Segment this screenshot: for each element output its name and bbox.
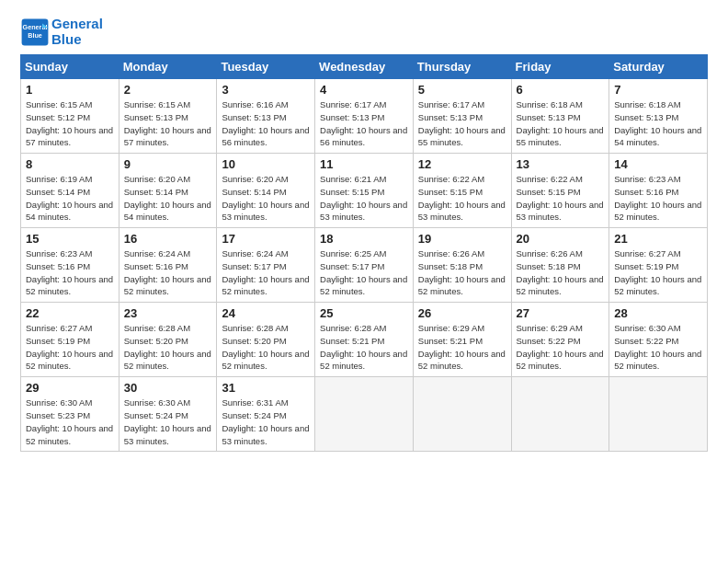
day-info: Sunrise: 6:20 AMSunset: 5:14 PMDaylight:… bbox=[222, 173, 310, 224]
calendar-cell bbox=[511, 377, 609, 452]
day-number: 30 bbox=[124, 381, 212, 395]
day-info: Sunrise: 6:31 AMSunset: 5:24 PMDaylight:… bbox=[222, 396, 310, 447]
day-info: Sunrise: 6:20 AMSunset: 5:14 PMDaylight:… bbox=[124, 173, 212, 224]
day-info: Sunrise: 6:28 AMSunset: 5:20 PMDaylight:… bbox=[222, 322, 310, 373]
day-info: Sunrise: 6:17 AMSunset: 5:13 PMDaylight:… bbox=[320, 98, 408, 149]
day-info: Sunrise: 6:26 AMSunset: 5:18 PMDaylight:… bbox=[418, 247, 506, 298]
day-info: Sunrise: 6:18 AMSunset: 5:13 PMDaylight:… bbox=[614, 98, 702, 149]
svg-text:Blue: Blue bbox=[28, 30, 42, 39]
day-number: 1 bbox=[26, 83, 114, 97]
calendar-cell: 17Sunrise: 6:24 AMSunset: 5:17 PMDayligh… bbox=[217, 228, 315, 303]
calendar-cell: 22Sunrise: 6:27 AMSunset: 5:19 PMDayligh… bbox=[21, 303, 119, 377]
day-number: 21 bbox=[614, 232, 702, 246]
calendar-cell: 27Sunrise: 6:29 AMSunset: 5:22 PMDayligh… bbox=[511, 303, 609, 377]
day-number: 15 bbox=[26, 232, 114, 246]
calendar-cell: 8Sunrise: 6:19 AMSunset: 5:14 PMDaylight… bbox=[21, 154, 119, 228]
weekday-header-saturday: Saturday bbox=[609, 55, 708, 79]
day-number: 29 bbox=[26, 381, 114, 395]
day-number: 9 bbox=[124, 157, 212, 171]
calendar-cell: 30Sunrise: 6:30 AMSunset: 5:24 PMDayligh… bbox=[119, 377, 217, 452]
calendar-cell: 13Sunrise: 6:22 AMSunset: 5:15 PMDayligh… bbox=[511, 154, 609, 228]
day-info: Sunrise: 6:18 AMSunset: 5:13 PMDaylight:… bbox=[517, 98, 605, 149]
day-number: 3 bbox=[222, 83, 310, 97]
day-number: 6 bbox=[517, 83, 605, 97]
day-info: Sunrise: 6:15 AMSunset: 5:13 PMDaylight:… bbox=[124, 98, 212, 149]
day-info: Sunrise: 6:29 AMSunset: 5:22 PMDaylight:… bbox=[517, 322, 605, 373]
day-number: 12 bbox=[418, 157, 506, 171]
calendar-cell: 25Sunrise: 6:28 AMSunset: 5:21 PMDayligh… bbox=[315, 303, 414, 377]
day-number: 5 bbox=[418, 83, 506, 97]
day-number: 10 bbox=[222, 157, 310, 171]
day-number: 8 bbox=[26, 157, 114, 171]
weekday-header-monday: Monday bbox=[119, 55, 217, 79]
weekday-header-tuesday: Tuesday bbox=[217, 55, 315, 79]
day-number: 20 bbox=[517, 232, 605, 246]
day-info: Sunrise: 6:19 AMSunset: 5:14 PMDaylight:… bbox=[26, 173, 114, 224]
calendar-cell bbox=[315, 377, 414, 452]
weekday-header-thursday: Thursday bbox=[413, 55, 511, 79]
calendar-cell: 12Sunrise: 6:22 AMSunset: 5:15 PMDayligh… bbox=[413, 154, 511, 228]
header: General Blue GeneralBlue bbox=[20, 17, 708, 47]
weekday-header-sunday: Sunday bbox=[21, 55, 119, 79]
calendar-cell: 23Sunrise: 6:28 AMSunset: 5:20 PMDayligh… bbox=[119, 303, 217, 377]
calendar-header: SundayMondayTuesdayWednesdayThursdayFrid… bbox=[21, 55, 708, 79]
day-info: Sunrise: 6:17 AMSunset: 5:13 PMDaylight:… bbox=[418, 98, 506, 149]
day-number: 22 bbox=[26, 306, 114, 320]
calendar-cell: 26Sunrise: 6:29 AMSunset: 5:21 PMDayligh… bbox=[413, 303, 511, 377]
day-info: Sunrise: 6:15 AMSunset: 5:12 PMDaylight:… bbox=[26, 98, 114, 149]
day-info: Sunrise: 6:30 AMSunset: 5:24 PMDaylight:… bbox=[124, 396, 212, 447]
day-info: Sunrise: 6:24 AMSunset: 5:16 PMDaylight:… bbox=[124, 247, 212, 298]
day-info: Sunrise: 6:28 AMSunset: 5:21 PMDaylight:… bbox=[320, 322, 408, 373]
day-number: 27 bbox=[517, 306, 605, 320]
calendar-cell: 16Sunrise: 6:24 AMSunset: 5:16 PMDayligh… bbox=[119, 228, 217, 303]
day-info: Sunrise: 6:30 AMSunset: 5:22 PMDaylight:… bbox=[614, 322, 702, 373]
calendar-cell: 11Sunrise: 6:21 AMSunset: 5:15 PMDayligh… bbox=[315, 154, 414, 228]
calendar-cell bbox=[609, 377, 708, 452]
day-info: Sunrise: 6:24 AMSunset: 5:17 PMDaylight:… bbox=[222, 247, 310, 298]
day-info: Sunrise: 6:27 AMSunset: 5:19 PMDaylight:… bbox=[614, 247, 702, 298]
day-info: Sunrise: 6:27 AMSunset: 5:19 PMDaylight:… bbox=[26, 322, 114, 373]
day-number: 13 bbox=[517, 157, 605, 171]
calendar: SundayMondayTuesdayWednesdayThursdayFrid… bbox=[20, 54, 708, 452]
day-number: 31 bbox=[222, 381, 310, 395]
calendar-cell: 3Sunrise: 6:16 AMSunset: 5:13 PMDaylight… bbox=[217, 79, 315, 154]
day-number: 7 bbox=[614, 83, 702, 97]
day-info: Sunrise: 6:21 AMSunset: 5:15 PMDaylight:… bbox=[320, 173, 408, 224]
calendar-cell: 29Sunrise: 6:30 AMSunset: 5:23 PMDayligh… bbox=[21, 377, 119, 452]
day-number: 24 bbox=[222, 306, 310, 320]
day-info: Sunrise: 6:29 AMSunset: 5:21 PMDaylight:… bbox=[418, 322, 506, 373]
calendar-cell bbox=[413, 377, 511, 452]
calendar-cell: 5Sunrise: 6:17 AMSunset: 5:13 PMDaylight… bbox=[413, 79, 511, 154]
calendar-cell: 9Sunrise: 6:20 AMSunset: 5:14 PMDaylight… bbox=[119, 154, 217, 228]
calendar-cell: 14Sunrise: 6:23 AMSunset: 5:16 PMDayligh… bbox=[609, 154, 708, 228]
day-number: 17 bbox=[222, 232, 310, 246]
day-info: Sunrise: 6:30 AMSunset: 5:23 PMDaylight:… bbox=[26, 396, 114, 447]
day-number: 18 bbox=[320, 232, 408, 246]
day-number: 4 bbox=[320, 83, 408, 97]
calendar-cell: 6Sunrise: 6:18 AMSunset: 5:13 PMDaylight… bbox=[511, 79, 609, 154]
day-info: Sunrise: 6:23 AMSunset: 5:16 PMDaylight:… bbox=[26, 247, 114, 298]
day-number: 25 bbox=[320, 306, 408, 320]
calendar-cell: 21Sunrise: 6:27 AMSunset: 5:19 PMDayligh… bbox=[609, 228, 708, 303]
day-info: Sunrise: 6:23 AMSunset: 5:16 PMDaylight:… bbox=[614, 173, 702, 224]
day-info: Sunrise: 6:26 AMSunset: 5:18 PMDaylight:… bbox=[517, 247, 605, 298]
calendar-cell: 10Sunrise: 6:20 AMSunset: 5:14 PMDayligh… bbox=[217, 154, 315, 228]
day-info: Sunrise: 6:16 AMSunset: 5:13 PMDaylight:… bbox=[222, 98, 310, 149]
calendar-cell: 4Sunrise: 6:17 AMSunset: 5:13 PMDaylight… bbox=[315, 79, 414, 154]
day-info: Sunrise: 6:22 AMSunset: 5:15 PMDaylight:… bbox=[517, 173, 605, 224]
weekday-header-friday: Friday bbox=[511, 55, 609, 79]
calendar-cell: 1Sunrise: 6:15 AMSunset: 5:12 PMDaylight… bbox=[21, 79, 119, 154]
logo-icon: General Blue bbox=[20, 17, 50, 47]
page: General Blue GeneralBlue SundayMondayTue… bbox=[0, 0, 728, 461]
calendar-cell: 31Sunrise: 6:31 AMSunset: 5:24 PMDayligh… bbox=[217, 377, 315, 452]
logo: General Blue GeneralBlue bbox=[20, 17, 103, 47]
day-number: 23 bbox=[124, 306, 212, 320]
day-number: 2 bbox=[124, 83, 212, 97]
day-number: 14 bbox=[614, 157, 702, 171]
day-info: Sunrise: 6:22 AMSunset: 5:15 PMDaylight:… bbox=[418, 173, 506, 224]
day-info: Sunrise: 6:25 AMSunset: 5:17 PMDaylight:… bbox=[320, 247, 408, 298]
day-number: 11 bbox=[320, 157, 408, 171]
day-number: 26 bbox=[418, 306, 506, 320]
calendar-cell: 28Sunrise: 6:30 AMSunset: 5:22 PMDayligh… bbox=[609, 303, 708, 377]
calendar-cell: 2Sunrise: 6:15 AMSunset: 5:13 PMDaylight… bbox=[119, 79, 217, 154]
